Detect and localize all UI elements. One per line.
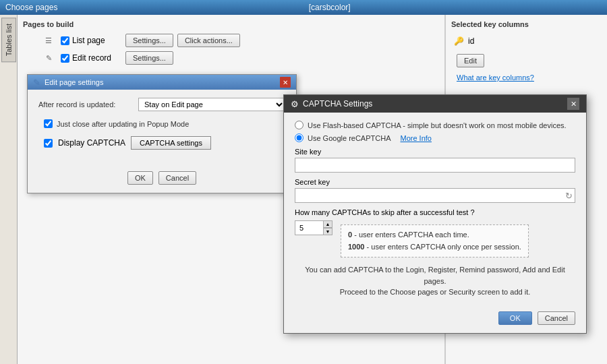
edit-record-row: ✎ Edit record Settings...	[23, 51, 439, 65]
captcha-cancel-btn[interactable]: Cancel	[538, 311, 575, 325]
edit-settings-btn[interactable]: Settings...	[125, 51, 173, 65]
captcha-hint-box: 0 - user enters CAPTCHA each time. 1000 …	[341, 224, 529, 257]
flash-option-row: Use Flash-based CAPTCHA - simple but doe…	[295, 121, 575, 129]
spin-buttons: ▲ ▼	[323, 220, 333, 235]
main-titlebar: Choose pages [carsbcolor]	[0, 0, 607, 15]
captcha-dialog-titlebar: ⚙ CAPTCHA Settings ✕	[284, 95, 586, 113]
list-page-checkbox[interactable]	[61, 36, 69, 45]
edit-dialog-close[interactable]: ✕	[280, 77, 291, 88]
captcha-dialog-title: CAPTCHA Settings	[303, 99, 372, 109]
edit-dialog-title-wrap: ✎ Edit page settings	[33, 78, 103, 88]
tables-list-tab[interactable]: Tables list	[1, 18, 16, 62]
skip-number-wrap: ▲ ▼	[295, 220, 333, 235]
captcha-footer: OK Cancel	[284, 306, 586, 333]
captcha-settings-btn[interactable]: CAPTCHA settings	[131, 136, 211, 150]
after-update-label: After record is updated:	[38, 100, 133, 109]
edit-dialog-body: After record is updated: Stay on Edit pa…	[28, 90, 296, 166]
popup-mode-row: Just close after updating in Popup Mode	[38, 119, 285, 128]
captcha-display-row: Display CAPTCHA CAPTCHA settings	[38, 136, 285, 150]
popup-mode-label: Just close after updating in Popup Mode	[57, 120, 189, 128]
hint-text-0: - user enters CAPTCHA each time.	[354, 231, 469, 239]
edit-dialog-footer: OK Cancel	[28, 166, 296, 193]
skip-section: How many CAPTCHAs to skip after a succes…	[295, 208, 575, 257]
edit-dialog: ✎ Edit page settings ✕ After record is u…	[27, 74, 297, 193]
captcha-close-btn[interactable]: ✕	[567, 98, 579, 110]
edit-record-icon: ✎	[43, 53, 54, 63]
hint-text-1: - user enters CAPTCHA only once per sess…	[367, 243, 521, 251]
list-page-label[interactable]: List page	[61, 36, 121, 45]
spin-up[interactable]: ▲	[323, 220, 333, 228]
edit-dialog-title: Edit page settings	[45, 78, 103, 86]
edit-cancel-btn[interactable]: Cancel	[158, 171, 196, 185]
display-captcha-checkbox[interactable]	[44, 139, 53, 148]
list-settings-btn[interactable]: Settings...	[125, 34, 173, 47]
hint-val-0: 0	[348, 231, 352, 239]
secret-key-section: Secret key ↻	[295, 178, 575, 203]
captcha-dialog: ⚙ CAPTCHA Settings ✕ Use Flash-based CAP…	[283, 94, 587, 334]
edit-ok-btn[interactable]: OK	[127, 171, 153, 185]
main-title-left: Choose pages	[5, 3, 57, 12]
main-title-center: [carsbcolor]	[309, 3, 351, 12]
after-update-select[interactable]: Stay on Edit page	[138, 98, 285, 111]
key-icon: 🔑	[454, 36, 464, 46]
site-key-input[interactable]	[295, 158, 575, 173]
edit-key-btn[interactable]: Edit	[457, 54, 484, 67]
list-page-icon: ☰	[43, 35, 54, 46]
secret-key-label: Secret key	[295, 178, 575, 186]
site-key-label: Site key	[295, 148, 575, 156]
key-name: id	[468, 36, 474, 46]
right-panel-title: Selected key columns	[451, 20, 602, 28]
edit-dialog-titlebar: ✎ Edit page settings ✕	[28, 75, 296, 90]
refresh-icon[interactable]: ↻	[565, 191, 573, 201]
skip-controls: ▲ ▼ 0 - user enters CAPTCHA each time. 1…	[295, 220, 575, 257]
key-item: 🔑 id	[451, 34, 602, 49]
list-page-row: ☰ List page Settings... Click actions...	[23, 34, 439, 47]
google-radio[interactable]	[295, 133, 304, 142]
hint-row-1: 1000 - user enters CAPTCHA only once per…	[348, 241, 521, 253]
captcha-body: Use Flash-based CAPTCHA - simple but doe…	[284, 113, 586, 306]
google-option-row: Use Google reCAPTCHA More Info	[295, 133, 575, 142]
captcha-ok-btn[interactable]: OK	[498, 311, 532, 325]
display-captcha-label: Display CAPTCHA	[58, 138, 125, 148]
flash-option-label: Use Flash-based CAPTCHA - simple but doe…	[308, 121, 567, 129]
flash-radio[interactable]	[295, 121, 304, 129]
captcha-dialog-icon: ⚙	[291, 99, 299, 109]
edit-dialog-icon: ✎	[33, 78, 40, 88]
after-update-row: After record is updated: Stay on Edit pa…	[38, 98, 285, 111]
click-actions-btn[interactable]: Click actions...	[177, 34, 240, 47]
secret-key-wrap: ↻	[295, 188, 575, 203]
edit-record-label[interactable]: Edit record	[61, 53, 121, 63]
site-key-section: Site key	[295, 148, 575, 173]
spin-down[interactable]: ▼	[323, 228, 333, 235]
sidebar: Tables list	[0, 15, 18, 364]
hint-val-1: 1000	[348, 243, 364, 251]
google-option-label: Use Google reCAPTCHA	[308, 134, 391, 142]
captcha-info-text: You can add CAPTCHA to the Login, Regist…	[295, 264, 575, 298]
popup-mode-checkbox[interactable]	[44, 119, 53, 128]
pages-panel-title: Pages to build	[23, 20, 439, 28]
captcha-title-wrap: ⚙ CAPTCHA Settings	[291, 99, 372, 109]
more-info-link[interactable]: More Info	[401, 134, 432, 142]
skip-label: How many CAPTCHAs to skip after a succes…	[295, 208, 575, 216]
key-columns-link[interactable]: What are key columns?	[457, 73, 534, 82]
hint-row-0: 0 - user enters CAPTCHA each time.	[348, 229, 521, 241]
secret-key-input[interactable]	[295, 188, 575, 203]
edit-record-checkbox[interactable]	[61, 54, 69, 63]
